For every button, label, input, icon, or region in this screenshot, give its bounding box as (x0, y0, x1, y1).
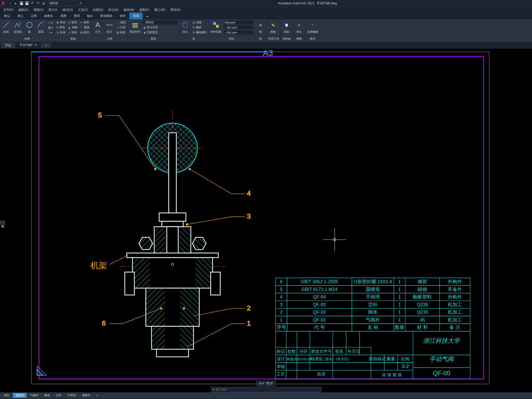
arc-button[interactable]: 圆弧 (35, 20, 47, 34)
plot-icon[interactable]: 🖨 (41, 1, 46, 6)
btab-assembly[interactable]: 装配图 (13, 393, 27, 398)
tab-more[interactable]: ▪▪ (143, 13, 152, 19)
menu-insert[interactable]: 插入(I) (46, 7, 60, 12)
mirror-button[interactable]: ▲ 镜像 (67, 25, 79, 30)
new-icon[interactable]: ▫ (8, 1, 12, 6)
lineweight-combo[interactable]: — ByLayer (223, 25, 254, 30)
svg-point-40 (183, 307, 185, 310)
svg-text:签名: 签名 (335, 349, 343, 354)
line-button[interactable]: 直线 (1, 20, 12, 34)
btab-ball[interactable]: 手柄球 (65, 393, 79, 398)
blockcreate-button[interactable]: ◫ 创建 (191, 20, 208, 25)
fillet-button[interactable]: ⌒ 圆角 (79, 25, 91, 30)
rotate-button[interactable]: ↻ 旋转 (67, 20, 79, 25)
tab-addons[interactable]: 附加模块 (97, 12, 116, 19)
leader-button[interactable]: ↗ 引线 (115, 25, 127, 30)
menu-file[interactable]: 文件(F) (1, 7, 16, 12)
doctab-add[interactable]: + (41, 43, 51, 48)
btab-core[interactable]: 芯杆 (53, 393, 64, 398)
menu-dim[interactable]: 标注(N) (106, 7, 121, 12)
svg-text:更改文件号: 更改文件号 (311, 349, 332, 354)
linetype-combo[interactable]: — ByLayer (223, 30, 254, 35)
current-layer-combo[interactable]: ▫ 图框线 (142, 20, 178, 25)
tab-view[interactable]: 视图 (57, 12, 70, 19)
menu-modify[interactable]: 修改(M) (121, 7, 137, 12)
tab-parametric[interactable]: 参数化 (40, 12, 57, 19)
menu-param[interactable]: 参数(P) (137, 7, 152, 12)
measure-button[interactable]: 📏测量 (268, 20, 279, 34)
svg-text:名   称: 名 称 (367, 325, 378, 330)
btab-model[interactable]: 模型 (1, 393, 12, 398)
titlebar: A ▫ ▸ 💾 💾 ↶ ↷ 🖨 ▫ 图框线 ↗ Autodesk AutoCAD… (0, 0, 532, 7)
svg-text:浙江科技大学: 浙江科技大学 (423, 337, 460, 344)
svg-text:1: 1 (280, 317, 282, 323)
ribbon-tabs: 默认 插入 注释 参数化 视图 管理 输出 附加模块 协作 布局 ▪▪ (0, 13, 532, 19)
btab-stem[interactable]: 气阀杆 (27, 393, 41, 398)
paste-button[interactable]: 📋粘贴 (281, 20, 292, 34)
layerprops-button[interactable]: 图层特性 (128, 20, 142, 34)
btab-add[interactable]: + (94, 393, 101, 398)
polyline-button[interactable]: 多段线 (12, 20, 23, 34)
panel-clipboard: 📋粘贴 剪贴板 (281, 19, 293, 42)
tab-layout[interactable]: 布局 (129, 12, 143, 19)
hatch-button[interactable]: ▨ ▾ (47, 25, 54, 30)
dim-button[interactable]: 标注 (104, 20, 115, 34)
tab-manage[interactable]: 管理 (70, 12, 83, 19)
base-button[interactable]: ⊡基点 (294, 20, 305, 34)
command-line[interactable]: ▸键入命令 (211, 387, 322, 392)
table-button[interactable]: ⊞ 表格 (115, 30, 127, 35)
move-button[interactable]: ✥ 移动 (55, 20, 66, 25)
menu-help[interactable]: 帮助(H) (168, 7, 183, 12)
svg-text:芯杆: 芯杆 (368, 302, 377, 307)
menu-edit[interactable]: 编辑(E) (16, 7, 31, 12)
menu-draw[interactable]: 绘图(D) (91, 7, 106, 12)
text-button[interactable]: A文字 (92, 20, 103, 34)
save-icon[interactable]: 💾 (19, 1, 24, 6)
drawing-canvas[interactable]: 特性 A3 (0, 49, 532, 392)
tab-collab[interactable]: 协作 (116, 12, 129, 19)
menu-tools[interactable]: 工具(T) (76, 7, 90, 12)
svg-text:常备件: 常备件 (448, 287, 462, 292)
touch-button[interactable]: ☟选择触摸 (306, 20, 319, 34)
matchprops-button[interactable]: 特性匹配 (209, 20, 223, 34)
share-icon[interactable]: ↗ (78, 1, 83, 6)
qat-layer-combo[interactable]: ▫ 图框线 (47, 1, 77, 6)
undo-icon[interactable]: ↶ (30, 1, 35, 6)
btab-nut[interactable]: 圆螺母 (79, 393, 93, 398)
matchlayer-button[interactable]: ◈ 匹配图层 (142, 30, 178, 35)
scale-button[interactable]: ⤢ 缩放 (67, 30, 79, 35)
panel-annotate-label: 注释 (92, 36, 127, 41)
redo-icon[interactable]: ↷ (36, 1, 40, 6)
svg-text:阶段标记: 阶段标记 (369, 356, 386, 361)
array-button[interactable]: ⊞ 阵列 (79, 30, 91, 35)
saveas-icon[interactable]: 💾 (25, 1, 29, 6)
stretch-button[interactable]: ⇲ 拉伸 (55, 30, 66, 35)
blockedit-button[interactable]: ✎ 编辑 (191, 25, 208, 30)
tab-output[interactable]: 输出 (83, 12, 97, 19)
menu-window[interactable]: 窗口(W) (152, 7, 168, 12)
tab-default[interactable]: 默认 (1, 12, 14, 19)
tab-annotate[interactable]: 注释 (27, 12, 40, 19)
svg-text:外购件: 外购件 (448, 279, 462, 284)
editattr-button[interactable]: ✎ 编辑属性 (191, 30, 208, 35)
doctab-start[interactable]: 开始 (1, 42, 15, 48)
menu-format[interactable]: 格式(O) (60, 7, 75, 12)
svg-text:1: 1 (247, 319, 251, 327)
btab-body[interactable]: 阀体 (42, 393, 53, 398)
rect-button[interactable]: ▭ ▾ (47, 20, 54, 25)
doctab-current[interactable]: 手动气阀* ✕ (16, 42, 41, 48)
copy-button[interactable]: ⎘ 复制 (55, 25, 66, 30)
color-combo[interactable]: ▪ ByLayer (223, 20, 254, 25)
open-icon[interactable]: ▸ (14, 1, 18, 6)
group-button[interactable]: ⊞组 (255, 20, 266, 34)
menu-view[interactable]: 视图(V) (31, 7, 46, 12)
blockinsert-button[interactable]: 插入 (180, 20, 191, 34)
svg-rect-10 (213, 22, 216, 25)
circle-button[interactable]: 圆 (24, 20, 35, 34)
tab-insert[interactable]: 插入 (14, 12, 27, 19)
setcurrent-button[interactable]: ◈ 置为当前 (142, 25, 178, 30)
palette-tab[interactable]: 特性 (0, 221, 5, 225)
linear-button[interactable]: ↔ 线性 (115, 20, 127, 25)
trim-button[interactable]: ✂ 修剪 (79, 20, 91, 25)
ellipse-button[interactable]: ○ ▾ (47, 30, 54, 35)
